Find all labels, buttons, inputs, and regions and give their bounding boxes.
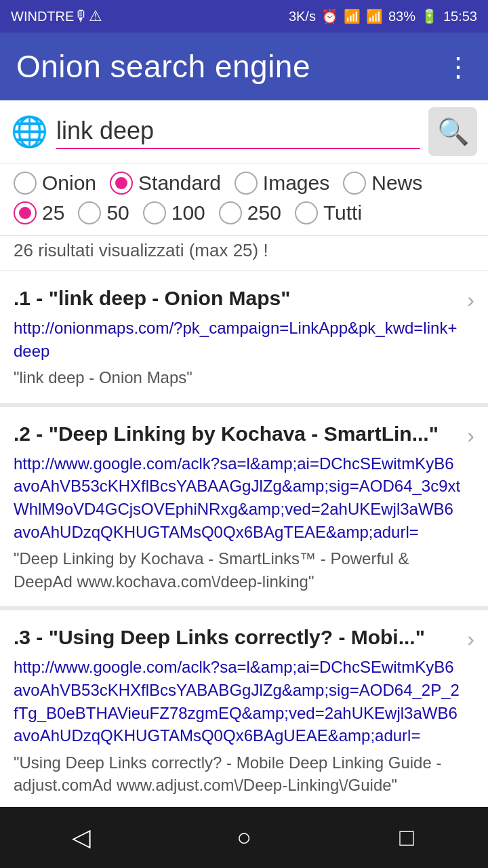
app-header: Onion search engine ⋮ [0, 33, 488, 100]
radio-25-dot [19, 207, 31, 219]
filter-count-25[interactable]: 25 [14, 201, 64, 224]
radio-news-label: News [371, 172, 422, 195]
filter-option-onion[interactable]: Onion [14, 172, 96, 195]
radio-25[interactable] [14, 201, 37, 224]
nav-bar: ◁ ○ □ [0, 807, 488, 868]
signal-icon: 📶 [366, 8, 383, 24]
radio-standard-dot [115, 177, 127, 189]
filter-section: Onion Standard Images News 25 [0, 163, 488, 236]
chevron-right-icon-1: › [467, 288, 474, 313]
result-title-3: .3 - "Using Deep Links correctly? - Mobi… [14, 624, 460, 650]
chevron-right-icon-2: › [467, 423, 474, 448]
radio-100-label: 100 [171, 201, 205, 224]
results-count-text: 26 risultati visualizzati (max 25) ! [14, 240, 268, 260]
count-filter-row: 25 50 100 250 Tutti [14, 201, 474, 224]
result-url-1: http://onionmaps.com/?pk_campaign=LinkAp… [14, 317, 460, 362]
radio-tutti-label: Tutti [323, 201, 362, 224]
filter-count-100[interactable]: 100 [143, 201, 205, 224]
result-content-3: .3 - "Using Deep Links correctly? - Mobi… [14, 624, 460, 797]
filter-option-news[interactable]: News [343, 172, 422, 195]
radio-50[interactable] [78, 201, 101, 224]
filter-count-tutti[interactable]: Tutti [295, 201, 362, 224]
type-filter-row: Onion Standard Images News [14, 172, 474, 195]
chevron-right-icon-3: › [467, 627, 474, 652]
results-list: .1 - "link deep - Onion Maps" http://oni… [0, 271, 488, 868]
mic-icon: 🎙 [74, 7, 89, 25]
home-button[interactable]: ○ [217, 817, 271, 858]
result-item-3[interactable]: .3 - "Using Deep Links correctly? - Mobi… [0, 610, 488, 814]
filter-option-standard[interactable]: Standard [110, 172, 221, 195]
search-bar: 🌐 🔍 [0, 100, 488, 163]
radio-25-label: 25 [42, 201, 64, 224]
search-button[interactable]: 🔍 [428, 107, 477, 156]
results-count: 26 risultati visualizzati (max 25) ! [0, 236, 488, 271]
radio-tutti[interactable] [295, 201, 318, 224]
result-content-2: .2 - "Deep Linking by Kochava - SmartLin… [14, 420, 460, 593]
more-menu-button[interactable]: ⋮ [445, 53, 472, 80]
search-icon: 🔍 [437, 117, 469, 146]
radio-250[interactable] [219, 201, 242, 224]
radio-onion-label: Onion [42, 172, 96, 195]
result-title-1: .1 - "link deep - Onion Maps" [14, 285, 460, 311]
app-title: Onion search engine [16, 48, 310, 85]
filter-option-images[interactable]: Images [235, 172, 329, 195]
radio-images[interactable] [235, 172, 258, 195]
status-right: 3K/s ⏰ 📶 📶 83% 🔋 15:53 [289, 8, 477, 24]
radio-images-label: Images [263, 172, 329, 195]
radio-standard[interactable] [110, 172, 133, 195]
radio-onion[interactable] [14, 172, 37, 195]
search-input[interactable] [56, 114, 420, 148]
result-url-3: http://www.google.com/aclk?sa=l&amp;ai=D… [14, 656, 460, 747]
result-content-1: .1 - "link deep - Onion Maps" http://oni… [14, 285, 460, 389]
radio-news[interactable] [343, 172, 366, 195]
battery-icon: 🔋 [421, 8, 438, 24]
alert-icon: ⚠ [89, 7, 102, 25]
network-speed: 3K/s [289, 9, 316, 24]
result-item-2[interactable]: .2 - "Deep Linking by Kochava - SmartLin… [0, 407, 488, 611]
back-button[interactable]: ◁ [54, 817, 108, 858]
wifi-icon: 📶 [344, 8, 361, 24]
radio-250-label: 250 [247, 201, 281, 224]
carrier-text: WINDTRE [11, 9, 74, 24]
alarm-icon: ⏰ [321, 8, 338, 24]
result-snippet-3: "Using Deep Links correctly? - Mobile De… [14, 751, 460, 797]
time-text: 15:53 [443, 9, 477, 24]
radio-standard-label: Standard [138, 172, 221, 195]
radio-50-label: 50 [106, 201, 129, 224]
result-title-2: .2 - "Deep Linking by Kochava - SmartLin… [14, 420, 460, 447]
result-snippet-2: "Deep Linking by Kochava - SmartLinks™ -… [14, 547, 460, 593]
radio-100[interactable] [143, 201, 166, 224]
globe-icon: 🌐 [11, 114, 48, 149]
search-input-wrapper [56, 114, 420, 149]
result-item-1[interactable]: .1 - "link deep - Onion Maps" http://oni… [0, 271, 488, 407]
battery-text: 83% [388, 9, 415, 24]
recent-apps-button[interactable]: □ [380, 817, 434, 858]
result-url-2: http://www.google.com/aclk?sa=l&amp;ai=D… [14, 452, 460, 543]
status-bar: WINDTRE 🎙 ⚠ 3K/s ⏰ 📶 📶 83% 🔋 15:53 [0, 0, 488, 33]
result-snippet-1: "link deep - Onion Maps" [14, 366, 460, 389]
filter-count-250[interactable]: 250 [219, 201, 281, 224]
filter-count-50[interactable]: 50 [78, 201, 129, 224]
